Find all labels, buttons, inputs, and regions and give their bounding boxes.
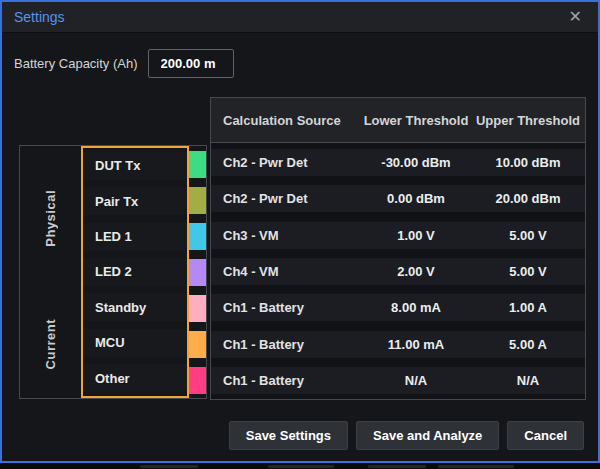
channel-name-row[interactable]: DUT Tx — [83, 148, 187, 183]
cell-lower: 0.00 dBm — [361, 191, 471, 206]
color-swatch — [189, 259, 206, 286]
settings-dialog: Settings ✕ Battery Capacity (Ah) Calcula… — [0, 0, 600, 463]
table-header-row: Calculation Source Lower Threshold Upper… — [211, 98, 585, 143]
cell-upper: 5.00 A — [471, 337, 585, 352]
table-row[interactable]: Ch3 - VM 1.00 V 5.00 V — [211, 217, 585, 253]
phase-label-box: Physical Current DUT Tx Pair Tx LED 1 LE… — [19, 145, 207, 399]
channel-name-row[interactable]: Other — [83, 361, 187, 396]
cell-source: Ch2 - Pwr Det — [211, 155, 361, 170]
cell-source: Ch3 - VM — [211, 228, 361, 243]
header-calculation-source: Calculation Source — [211, 113, 361, 128]
channel-name-row[interactable]: Standby — [83, 290, 187, 325]
table-row[interactable]: Ch1 - Battery 11.00 mA 5.00 A — [211, 326, 585, 362]
table-row[interactable]: Ch2 - Pwr Det 0.00 dBm 20.00 dBm — [211, 180, 585, 216]
color-swatch-column — [189, 146, 206, 398]
cell-upper: 20.00 dBm — [471, 191, 585, 206]
cell-upper: N/A — [471, 373, 585, 388]
channel-name: Other — [83, 364, 187, 392]
cell-lower: 2.00 V — [361, 264, 471, 279]
color-swatch — [189, 187, 206, 214]
background-text-remnant — [438, 465, 514, 468]
channel-name-column-highlighted: DUT Tx Pair Tx LED 1 LED 2 Standby MCU O… — [81, 146, 189, 398]
color-swatch — [189, 223, 206, 250]
background-text-remnant — [268, 465, 334, 468]
color-swatch — [189, 151, 206, 178]
color-swatch — [189, 367, 206, 394]
channel-name: LED 2 — [83, 258, 187, 286]
group-physical: Physical — [20, 146, 81, 290]
table-row[interactable]: Ch1 - Battery N/A N/A — [211, 363, 585, 399]
header-upper-threshold: Upper Threshold — [471, 113, 585, 128]
table-row[interactable]: Ch2 - Pwr Det -30.00 dBm 10.00 dBm — [211, 144, 585, 180]
group-physical-label: Physical — [43, 190, 58, 247]
battery-capacity-label: Battery Capacity (Ah) — [14, 56, 138, 71]
battery-capacity-input[interactable] — [148, 49, 234, 78]
save-settings-button[interactable]: Save Settings — [229, 421, 348, 450]
channel-name: Standby — [83, 293, 187, 321]
table-row[interactable]: Ch1 - Battery 8.00 mA 1.00 A — [211, 290, 585, 326]
save-and-analyze-button[interactable]: Save and Analyze — [356, 421, 499, 450]
cell-lower: 8.00 mA — [361, 300, 471, 315]
cell-source: Ch2 - Pwr Det — [211, 191, 361, 206]
group-current-label: Current — [43, 319, 58, 369]
channel-name: LED 1 — [83, 223, 187, 251]
cell-upper: 10.00 dBm — [471, 155, 585, 170]
cell-source: Ch1 - Battery — [211, 373, 361, 388]
cell-upper: 5.00 V — [471, 228, 585, 243]
cell-lower: 1.00 V — [361, 228, 471, 243]
channel-name-row[interactable]: LED 1 — [83, 219, 187, 254]
color-swatch — [189, 295, 206, 322]
header-lower-threshold: Lower Threshold — [361, 113, 471, 128]
channel-name-row[interactable]: MCU — [83, 325, 187, 360]
color-swatch — [189, 331, 206, 358]
table-body: Ch2 - Pwr Det -30.00 dBm 10.00 dBm Ch2 -… — [211, 144, 585, 399]
channel-name-row[interactable]: Pair Tx — [83, 183, 187, 218]
channel-name-row[interactable]: LED 2 — [83, 254, 187, 289]
thresholds-table: Calculation Source Lower Threshold Upper… — [210, 97, 586, 400]
cell-upper: 1.00 A — [471, 300, 585, 315]
channel-name: MCU — [83, 329, 187, 357]
cell-source: Ch1 - Battery — [211, 337, 361, 352]
cell-lower: -30.00 dBm — [361, 155, 471, 170]
dialog-titlebar: Settings ✕ — [2, 2, 598, 33]
background-text-remnant — [368, 465, 426, 468]
cancel-button[interactable]: Cancel — [507, 421, 584, 450]
cell-source: Ch1 - Battery — [211, 300, 361, 315]
phase-group-column: Physical Current — [20, 146, 81, 398]
screen: Settings ✕ Battery Capacity (Ah) Calcula… — [0, 0, 600, 469]
close-icon[interactable]: ✕ — [565, 7, 586, 27]
dialog-footer: Save Settings Save and Analyze Cancel — [229, 421, 584, 450]
cell-upper: 5.00 V — [471, 264, 585, 279]
cell-lower: N/A — [361, 373, 471, 388]
channel-name: Pair Tx — [83, 187, 187, 215]
channel-name: DUT Tx — [83, 152, 187, 180]
battery-capacity-row: Battery Capacity (Ah) — [14, 48, 234, 78]
background-text-remnant — [140, 465, 198, 468]
group-current: Current — [20, 290, 81, 398]
dialog-title: Settings — [14, 9, 65, 25]
background-page-sliver — [0, 463, 600, 469]
cell-lower: 11.00 mA — [361, 337, 471, 352]
table-row[interactable]: Ch4 - VM 2.00 V 5.00 V — [211, 253, 585, 289]
cell-source: Ch4 - VM — [211, 264, 361, 279]
